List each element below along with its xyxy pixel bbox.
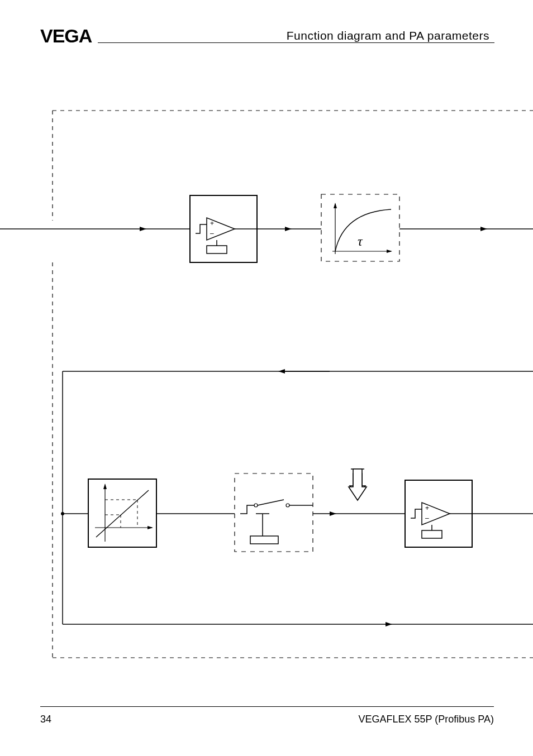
svg-rect-7 (207, 246, 227, 253)
tau-symbol: τ (358, 234, 363, 248)
footer-rule (40, 706, 494, 707)
svg-rect-22 (88, 479, 156, 547)
comparator-block-2: + – (405, 480, 472, 547)
svg-rect-38 (250, 536, 278, 544)
svg-rect-31 (235, 473, 313, 552)
switch-block (235, 473, 313, 552)
injection-arrow-icon (349, 469, 367, 500)
function-diagram: + – τ (0, 0, 533, 756)
minus-label-2: – (425, 514, 429, 522)
plus-label: + (210, 219, 214, 227)
minus-label: – (210, 229, 214, 237)
footer-doc-title: VEGAFLEX 55P (Profibus PA) (359, 714, 494, 725)
plus-label-2: + (425, 504, 429, 512)
svg-point-32 (254, 504, 258, 507)
svg-line-34 (258, 500, 284, 505)
comparator-block-1: + – (190, 195, 257, 262)
scaling-block (88, 479, 156, 547)
svg-line-25 (96, 490, 149, 537)
tau-block: τ (321, 194, 399, 261)
page: VEGA Function diagram and PA parameters (0, 0, 533, 756)
svg-rect-42 (422, 530, 442, 538)
page-number: 34 (40, 714, 51, 725)
svg-point-33 (286, 504, 289, 507)
